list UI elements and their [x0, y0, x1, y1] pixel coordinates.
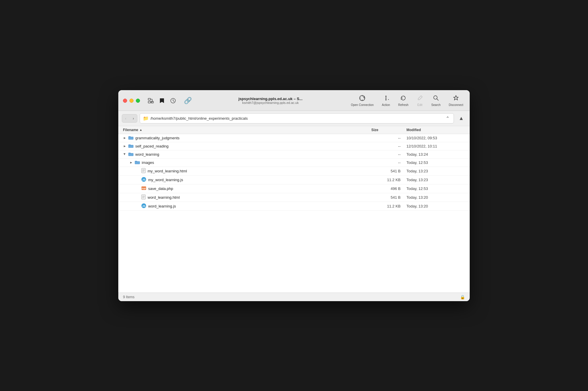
column-size[interactable]: Size: [371, 128, 406, 132]
filename-text: my_word_learning.html: [148, 169, 187, 173]
file-modified: Today, 13:23: [406, 169, 465, 173]
minimize-button[interactable]: [129, 99, 134, 103]
php-file-icon: PHP: [141, 186, 146, 192]
svg-text:JS: JS: [142, 178, 145, 181]
path-dropdown-button[interactable]: ⌃: [445, 115, 451, 122]
open-connection-icon: [359, 95, 365, 103]
folder-icon: [135, 160, 140, 165]
expand-arrow-icon[interactable]: ►: [123, 136, 127, 140]
table-row[interactable]: ► grammaticality_judgments -- 10/10/2022…: [118, 134, 470, 142]
folder-icon: [128, 143, 134, 149]
filelist-body: ► grammaticality_judgments -- 10/10/2022…: [118, 134, 470, 293]
action-label: Action: [382, 103, 390, 107]
lock-icon: 🔒: [460, 295, 465, 299]
html-file-icon: [141, 168, 146, 174]
file-name-cell: ► images: [123, 160, 371, 165]
table-row[interactable]: word_learning.html 541 B Today, 13:20: [118, 193, 470, 202]
search-label: Search: [431, 103, 441, 107]
maximize-button[interactable]: [136, 99, 140, 103]
filename-text: save_data.php: [148, 186, 173, 191]
search-icon: [433, 95, 439, 103]
file-name-cell: PHP save_data.php: [123, 186, 371, 192]
back-button[interactable]: ‹: [122, 114, 129, 122]
forward-button[interactable]: ›: [130, 114, 137, 122]
eject-button[interactable]: ▲: [456, 114, 466, 123]
window-title-area: jspsychlearning.ppls.ed.ac.uk – S... ksm…: [195, 97, 346, 104]
edit-button[interactable]: Edit: [415, 94, 425, 108]
table-row[interactable]: PHP save_data.php 496 B Today, 12:53: [118, 184, 470, 193]
navbar: ‹ › 📁 /home/ksmith7/public_html/online_e…: [118, 111, 470, 126]
table-row[interactable]: ► images -- Today, 12:53: [118, 159, 470, 167]
refresh-icon: [400, 95, 406, 103]
svg-text:JS: JS: [142, 205, 145, 207]
refresh-label: Refresh: [398, 103, 408, 107]
nav-arrows: ‹ ›: [122, 114, 137, 123]
action-icon: [383, 95, 389, 103]
svg-text:PHP: PHP: [142, 188, 146, 190]
file-size: --: [371, 136, 406, 140]
expand-arrow-icon[interactable]: ►: [129, 161, 133, 164]
protocol-icon-area: 🔗: [184, 97, 192, 104]
table-row[interactable]: ► self_paced_reading -- 12/10/2022, 10:1…: [118, 142, 470, 150]
action-button[interactable]: Action: [380, 94, 392, 108]
file-size: 496 B: [371, 186, 406, 191]
file-size: 541 B: [371, 195, 406, 200]
column-filename[interactable]: Filename ▲: [123, 128, 371, 132]
protocol-icon: 🔗: [184, 97, 192, 104]
svg-point-15: [385, 97, 387, 99]
toolbar-icons-left: [146, 96, 178, 106]
open-connection-button[interactable]: Open Connection: [349, 94, 375, 108]
table-row[interactable]: JS word_learning.js 11.2 KB Today, 13:20: [118, 202, 470, 211]
svg-marker-19: [454, 95, 458, 100]
table-row[interactable]: JS my_word_learning.js 11.2 KB Today, 13…: [118, 176, 470, 184]
hierarchy-view-button[interactable]: [146, 96, 156, 106]
folder-icon: [128, 152, 134, 157]
file-size: --: [371, 144, 406, 148]
expand-arrow-icon[interactable]: ►: [123, 144, 127, 148]
filename-text: word_learning.js: [148, 204, 176, 208]
file-name-cell: ► word_learning: [123, 152, 371, 157]
file-modified: Today, 13:20: [406, 204, 465, 208]
item-count: 9 Items: [123, 295, 134, 299]
refresh-button[interactable]: Refresh: [396, 94, 410, 108]
traffic-lights: [123, 99, 140, 103]
file-modified: Today, 12:53: [406, 160, 465, 165]
filename-text: word_learning: [135, 152, 159, 157]
disconnect-label: Disconnect: [449, 103, 463, 107]
svg-line-18: [437, 99, 438, 100]
close-button[interactable]: [123, 99, 127, 103]
file-modified: 12/10/2022, 10:11: [406, 144, 465, 148]
open-connection-label: Open Connection: [351, 103, 374, 107]
main-window: 🔗 jspsychlearning.ppls.ed.ac.uk – S... k…: [118, 90, 470, 301]
file-size: --: [371, 152, 406, 157]
filelist-header: Filename ▲ Size Modified: [118, 126, 470, 134]
column-modified[interactable]: Modified: [406, 128, 465, 132]
file-modified: Today, 13:20: [406, 195, 465, 200]
disconnect-button[interactable]: Disconnect: [447, 94, 465, 108]
path-bar[interactable]: 📁 /home/ksmith7/public_html/online_exper…: [140, 113, 454, 124]
search-button[interactable]: Search: [430, 94, 442, 108]
filename-text: my_word_learning.js: [148, 178, 183, 182]
file-name-cell: JS my_word_learning.js: [123, 177, 371, 183]
edit-label: Edit: [417, 103, 422, 107]
table-row[interactable]: my_word_learning.html 541 B Today, 13:23: [118, 167, 470, 176]
filename-text: self_paced_reading: [135, 144, 168, 148]
titlebar: 🔗 jspsychlearning.ppls.ed.ac.uk – S... k…: [118, 90, 470, 111]
bookmark-button[interactable]: [157, 96, 167, 106]
svg-rect-0: [148, 98, 151, 100]
path-text: /home/ksmith7/public_html/online_experim…: [151, 116, 248, 121]
edit-icon: [417, 95, 423, 103]
history-button[interactable]: [168, 96, 178, 106]
sort-arrow-icon: ▲: [139, 128, 142, 131]
filename-text: images: [142, 160, 154, 165]
filename-text: grammaticality_judgments: [135, 136, 180, 140]
html-file-icon: [141, 194, 146, 200]
window-title: jspsychlearning.ppls.ed.ac.uk – S...: [238, 97, 302, 101]
file-size: --: [371, 160, 406, 165]
expand-arrow-icon[interactable]: ►: [123, 152, 127, 156]
empty-space: [118, 211, 470, 293]
file-modified: Today, 12:53: [406, 186, 465, 191]
table-row[interactable]: ► word_learning -- Today, 13:24: [118, 150, 470, 159]
path-folder-icon: 📁: [143, 116, 149, 121]
file-size: 541 B: [371, 169, 406, 173]
